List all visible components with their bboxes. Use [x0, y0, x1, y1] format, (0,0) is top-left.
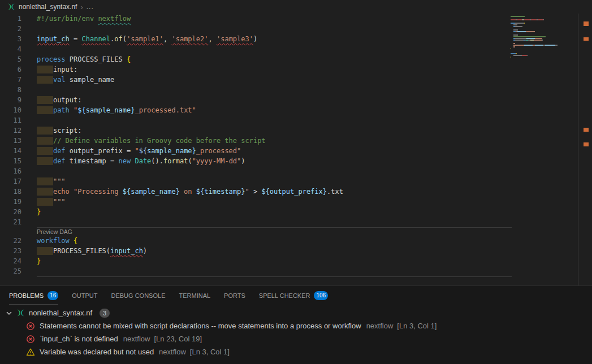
line-number: 7 [0, 75, 21, 85]
line-number: 21 [0, 217, 21, 227]
code-line[interactable]: 1#!/usr/bin/env nextflow [0, 14, 507, 24]
breadcrumb-separator-icon: › [80, 3, 83, 11]
panel-tab-label: TERMINAL [179, 292, 210, 299]
code-line[interactable]: 22workflow { [0, 236, 507, 246]
line-number: 9 [0, 95, 21, 105]
code-line[interactable]: 5process PROCESS_FILES { [0, 54, 507, 64]
overview-ruler-mark [584, 142, 589, 146]
code-line[interactable]: 21 [0, 217, 507, 227]
code-line[interactable]: 6 input: [0, 64, 507, 75]
problem-location: [Ln 3, Col 1] [397, 322, 437, 330]
problem-row[interactable]: Statements cannot be mixed with script d… [0, 319, 592, 332]
line-number: 2 [0, 24, 21, 34]
indent-highlight [37, 188, 53, 196]
code-line[interactable]: 23 PROCESS_FILES(input_ch) [0, 246, 507, 256]
indent-highlight [37, 76, 53, 84]
panel-tab-label: OUTPUT [72, 292, 97, 299]
code-line[interactable]: 12 script: [0, 125, 507, 136]
code-line[interactable]: 9 output: [0, 95, 507, 105]
panel-tab-output[interactable]: OUTPUT [72, 286, 97, 305]
problems-filename: nonlethal_syntax.nf [29, 309, 92, 317]
minimap[interactable] [511, 16, 577, 60]
code-line[interactable]: 14 def output_prefix = "${sample_name}_p… [0, 146, 507, 156]
indent-highlight [37, 96, 53, 104]
line-number: 12 [0, 125, 21, 136]
line-number: 5 [0, 54, 21, 64]
code-line[interactable]: 24} [0, 256, 507, 266]
line-number: 11 [0, 115, 21, 125]
code-line[interactable]: 11 [0, 115, 507, 125]
line-number: 22 [0, 236, 21, 246]
chevron-down-icon[interactable] [5, 309, 14, 318]
problem-row[interactable]: Variable was declared but not usednextfl… [0, 345, 592, 358]
code-line[interactable]: 3input_ch = Channel.of('sample1', 'sampl… [0, 34, 507, 44]
breadcrumb-filename[interactable]: nonlethal_syntax.nf [19, 3, 77, 11]
line-number: 4 [0, 44, 21, 54]
section-divider [37, 276, 512, 277]
indent-highlight [37, 106, 53, 114]
code-line[interactable]: 15 def timestamp = new Date().format("yy… [0, 156, 507, 166]
indent-highlight [37, 177, 53, 185]
line-number: 14 [0, 146, 21, 156]
bottom-panel: PROBLEMS16OUTPUTDEBUG CONSOLETERMINALPOR… [0, 285, 592, 364]
problem-message: `input_ch` is not defined [40, 335, 118, 343]
panel-tab-spell-checker[interactable]: SPELL CHECKER106 [259, 286, 328, 305]
indent-highlight [37, 127, 53, 135]
line-number: 20 [0, 207, 21, 217]
vscode-window: nonlethal_syntax.nf › ... 1#!/usr/bin/en… [0, 0, 592, 364]
line-number: 19 [0, 197, 21, 207]
error-icon [26, 322, 35, 331]
line-number: 1 [0, 14, 21, 24]
problem-list: Statements cannot be mixed with script d… [0, 319, 592, 358]
problem-message: Statements cannot be mixed with script d… [40, 322, 361, 330]
code-lines: 1#!/usr/bin/env nextflow23input_ch = Cha… [0, 14, 507, 277]
breadcrumb[interactable]: nonlethal_syntax.nf › ... [0, 0, 592, 14]
line-number: 10 [0, 105, 21, 115]
problems-file-group[interactable]: nonlethal_syntax.nf 3 [0, 306, 592, 319]
code-line[interactable]: 4 [0, 44, 507, 54]
code-line[interactable]: 13 // Define variables in Groovy code be… [0, 136, 507, 146]
problem-source: nextflow [159, 348, 186, 356]
panel-tab-bar: PROBLEMS16OUTPUTDEBUG CONSOLETERMINALPOR… [0, 286, 592, 305]
line-number: 17 [0, 176, 21, 187]
code-line[interactable]: 19 """ [0, 197, 507, 207]
indent-highlight [37, 247, 53, 255]
panel-tab-terminal[interactable]: TERMINAL [179, 286, 210, 305]
problem-source: nextflow [366, 322, 394, 330]
panel-tab-ports[interactable]: PORTS [224, 286, 245, 305]
line-number: 25 [0, 266, 21, 276]
line-number: 16 [0, 166, 21, 176]
code-line[interactable]: 8 [0, 85, 507, 95]
editor[interactable]: 1#!/usr/bin/env nextflow23input_ch = Cha… [0, 14, 592, 286]
panel-tab-problems[interactable]: PROBLEMS16 [9, 286, 58, 305]
code-line[interactable]: 20} [0, 207, 507, 217]
problem-row[interactable]: `input_ch` is not definednextflow[Ln 23,… [0, 332, 592, 345]
error-icon [26, 335, 35, 344]
code-line[interactable]: 2 [0, 24, 507, 34]
code-line[interactable]: 7 val sample_name [0, 75, 507, 85]
problem-source: nextflow [123, 335, 150, 343]
scrollbar-overview-ruler[interactable] [578, 14, 592, 286]
code-line[interactable]: 17 """ [0, 176, 507, 187]
codelens-preview-dag[interactable]: Preview DAG [37, 228, 507, 236]
breadcrumb-ellipsis[interactable]: ... [87, 3, 94, 11]
line-number: 6 [0, 64, 21, 75]
panel-tab-label: DEBUG CONSOLE [111, 292, 166, 299]
overview-ruler-mark [584, 128, 589, 132]
code-line[interactable]: 25 [0, 266, 507, 276]
line-number: 23 [0, 246, 21, 256]
code-line[interactable]: 18 echo "Processing ${sample_name} on ${… [0, 187, 507, 197]
code-line[interactable]: 16 [0, 166, 507, 176]
warning-icon [26, 348, 35, 357]
problems-count-badge: 3 [100, 309, 110, 318]
line-number: 24 [0, 256, 21, 266]
code-line[interactable]: 10 path "${sample_name}_processed.txt" [0, 105, 507, 115]
panel-tab-count-badge: 106 [314, 291, 328, 300]
panel-tab-debug-console[interactable]: DEBUG CONSOLE [111, 286, 166, 305]
indent-highlight [37, 147, 53, 155]
line-number: 8 [0, 85, 21, 95]
overview-ruler-mark [584, 37, 589, 41]
panel-tab-count-badge: 16 [47, 291, 58, 300]
problems-view: nonlethal_syntax.nf 3 Statements cannot … [0, 305, 592, 358]
indent-highlight [37, 137, 53, 145]
